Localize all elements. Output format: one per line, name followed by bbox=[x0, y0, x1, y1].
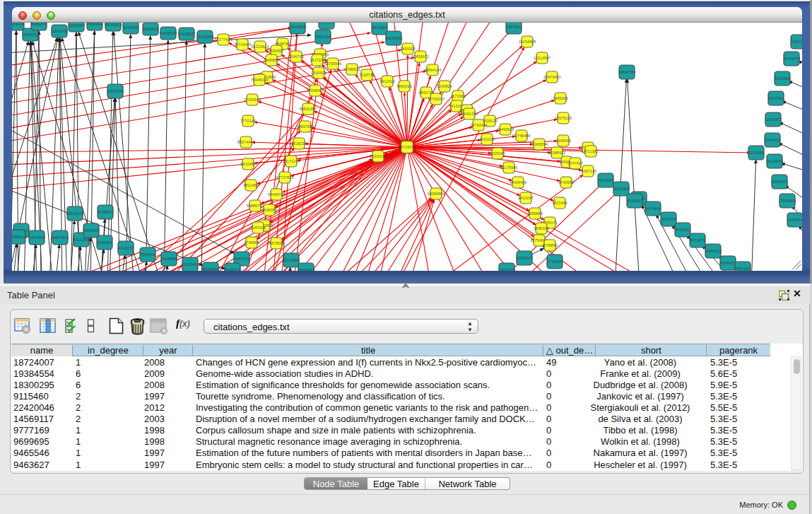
svg-text:2087682: 2087682 bbox=[506, 25, 521, 29]
svg-text:80112805: 80112805 bbox=[73, 238, 90, 242]
svg-text:12093872: 12093872 bbox=[765, 117, 782, 122]
svg-text:1733426: 1733426 bbox=[547, 259, 562, 264]
svg-text:86578091: 86578091 bbox=[268, 241, 285, 245]
svg-text:29946804: 29946804 bbox=[298, 268, 314, 271]
svg-text:7543303: 7543303 bbox=[140, 252, 155, 257]
svg-text:4005045: 4005045 bbox=[490, 151, 505, 156]
svg-text:2421024: 2421024 bbox=[479, 137, 494, 141]
svg-text:7187026: 7187026 bbox=[250, 226, 265, 230]
svg-text:14136141: 14136141 bbox=[516, 256, 533, 260]
svg-text:97848018: 97848018 bbox=[318, 23, 335, 24]
svg-text:74367136: 74367136 bbox=[579, 169, 596, 173]
svg-text:1671902: 1671902 bbox=[450, 94, 465, 98]
svg-text:9245652: 9245652 bbox=[720, 261, 735, 265]
svg-text:94406409: 94406409 bbox=[510, 180, 526, 185]
svg-text:17016504: 17016504 bbox=[779, 199, 796, 203]
svg-text:8813054: 8813054 bbox=[372, 25, 387, 30]
svg-text:25300295: 25300295 bbox=[370, 154, 387, 158]
svg-text:82175946: 82175946 bbox=[500, 165, 517, 170]
svg-text:10973493: 10973493 bbox=[543, 75, 560, 79]
svg-text:9421047: 9421047 bbox=[518, 196, 533, 200]
svg-text:4192832: 4192832 bbox=[143, 27, 158, 31]
svg-text:80831367: 80831367 bbox=[300, 107, 317, 111]
svg-text:8386379: 8386379 bbox=[31, 23, 46, 26]
svg-text:37996507: 37996507 bbox=[307, 88, 324, 93]
svg-text:14055712: 14055712 bbox=[22, 33, 39, 37]
svg-text:9912419: 9912419 bbox=[379, 79, 394, 83]
svg-text:6204505: 6204505 bbox=[83, 228, 98, 233]
svg-text:7917693: 7917693 bbox=[598, 178, 613, 182]
svg-text:9821465: 9821465 bbox=[243, 183, 258, 187]
svg-text:76945314: 76945314 bbox=[251, 78, 268, 82]
svg-text:99091334: 99091334 bbox=[461, 112, 478, 116]
svg-text:93103413: 93103413 bbox=[105, 23, 122, 27]
svg-text:0433218: 0433218 bbox=[12, 23, 24, 26]
svg-text:4711382: 4711382 bbox=[583, 149, 598, 153]
svg-text:13493618: 13493618 bbox=[497, 127, 514, 132]
svg-text:34874016: 34874016 bbox=[52, 235, 69, 240]
svg-text:16210643: 16210643 bbox=[766, 159, 783, 163]
svg-text:1615594: 1615594 bbox=[69, 23, 83, 28]
svg-text:1824493: 1824493 bbox=[29, 235, 44, 240]
svg-text:5466889: 5466889 bbox=[264, 58, 278, 62]
svg-text:7182278: 7182278 bbox=[791, 40, 802, 44]
svg-text:55698169: 55698169 bbox=[202, 267, 219, 271]
svg-text:79740344: 79740344 bbox=[470, 123, 487, 127]
svg-text:7193745: 7193745 bbox=[359, 73, 374, 77]
svg-text:71906594: 71906594 bbox=[531, 142, 548, 146]
svg-text:85574443: 85574443 bbox=[237, 140, 254, 144]
svg-text:1167534: 1167534 bbox=[787, 218, 802, 222]
svg-text:1627204: 1627204 bbox=[310, 58, 324, 62]
svg-text:4966319: 4966319 bbox=[396, 84, 411, 88]
svg-text:71746488: 71746488 bbox=[513, 134, 530, 138]
svg-text:72423884: 72423884 bbox=[196, 35, 213, 39]
svg-text:4216073: 4216073 bbox=[118, 246, 133, 250]
svg-text:5240824: 5240824 bbox=[437, 84, 452, 88]
svg-text:6690967: 6690967 bbox=[269, 49, 283, 53]
svg-text:64835030: 64835030 bbox=[160, 31, 177, 35]
svg-text:00524278: 00524278 bbox=[66, 211, 83, 216]
svg-text:34714345: 34714345 bbox=[234, 42, 251, 47]
svg-text:7632621: 7632621 bbox=[675, 228, 690, 232]
svg-text:54145868: 54145868 bbox=[160, 257, 177, 261]
svg-text:13171274: 13171274 bbox=[283, 159, 300, 163]
svg-text:98084124: 98084124 bbox=[12, 235, 26, 239]
svg-text:8471676: 8471676 bbox=[690, 238, 705, 243]
svg-text:0330923: 0330923 bbox=[311, 71, 326, 75]
svg-text:16648784: 16648784 bbox=[618, 70, 635, 74]
svg-text:7857224: 7857224 bbox=[315, 35, 330, 39]
svg-text:7485063: 7485063 bbox=[553, 96, 567, 100]
svg-text:19384554: 19384554 bbox=[428, 192, 445, 196]
svg-text:18724007: 18724007 bbox=[399, 145, 416, 149]
svg-text:0932480: 0932480 bbox=[240, 162, 255, 166]
svg-text:9227342: 9227342 bbox=[768, 96, 783, 100]
svg-text:3285884: 3285884 bbox=[527, 211, 542, 216]
svg-text:3685160: 3685160 bbox=[534, 226, 548, 230]
svg-text:62386922: 62386922 bbox=[548, 151, 565, 155]
svg-text:53755646: 53755646 bbox=[324, 62, 341, 66]
svg-text:29053346: 29053346 bbox=[107, 89, 124, 93]
svg-text:51850671: 51850671 bbox=[412, 54, 429, 59]
svg-text:15751074: 15751074 bbox=[783, 57, 800, 61]
svg-text:76320163: 76320163 bbox=[613, 187, 630, 191]
svg-text:1491905: 1491905 bbox=[400, 47, 415, 51]
svg-text:6475255: 6475255 bbox=[123, 25, 138, 30]
svg-text:01429401: 01429401 bbox=[182, 262, 199, 267]
svg-text:10654112: 10654112 bbox=[705, 249, 722, 253]
svg-text:7816184: 7816184 bbox=[87, 23, 102, 26]
svg-text:87277434: 87277434 bbox=[215, 37, 232, 42]
svg-text:16154808: 16154808 bbox=[519, 40, 536, 44]
svg-text:7770143: 7770143 bbox=[240, 119, 255, 123]
svg-text:9457791: 9457791 bbox=[234, 257, 249, 261]
svg-text:9129966: 9129966 bbox=[775, 76, 789, 81]
svg-text:9521456: 9521456 bbox=[552, 201, 567, 205]
svg-text:64139537: 64139537 bbox=[178, 32, 195, 36]
svg-text:81223623: 81223623 bbox=[252, 45, 269, 49]
svg-text:1745961: 1745961 bbox=[244, 240, 259, 245]
svg-text:49894134: 49894134 bbox=[424, 68, 441, 72]
svg-text:2935114: 2935114 bbox=[661, 217, 676, 221]
svg-text:04499727: 04499727 bbox=[268, 192, 285, 197]
svg-text:9743953: 9743953 bbox=[558, 180, 573, 185]
svg-text:27354549: 27354549 bbox=[244, 98, 261, 102]
svg-text:13433200: 13433200 bbox=[498, 268, 515, 271]
